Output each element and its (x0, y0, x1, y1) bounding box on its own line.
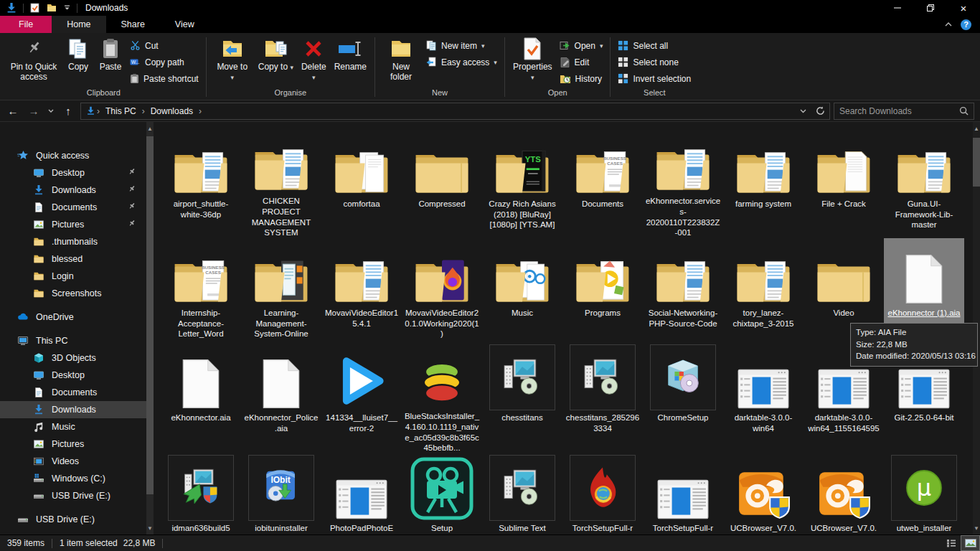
recent-locations-icon[interactable] (46, 103, 56, 120)
file-item-darktable-3-0-0-win64[interactable]: darktable-3.0.0-win64 (723, 343, 804, 453)
sidebar-item-documents[interactable]: Documents (0, 199, 146, 216)
file-item-ucbrowser-v7-0[interactable]: UCBrowser_V7.0. (804, 453, 884, 534)
file-item-ekhonnector-services-20200110t223832z-001[interactable]: eKhonnector.services-20200110T223832Z-00… (643, 129, 723, 238)
sidebar-item-videos[interactable]: Videos (0, 453, 146, 470)
refresh-icon[interactable] (812, 103, 828, 119)
file-item-ekhonnector-police-aia[interactable]: eKhonnector_Police.aia (241, 343, 321, 453)
breadcrumb-downloads[interactable]: Downloads (146, 106, 197, 116)
file-item-guna-ui-framework-lib-master[interactable]: Guna.UI-Framework-Lib-master (884, 129, 964, 238)
paste-shortcut-button[interactable]: Paste shortcut (128, 72, 201, 85)
rename-button[interactable]: Rename (331, 35, 369, 74)
sidebar-item-blessed[interactable]: blessed (0, 250, 146, 268)
sidebar-item-documents[interactable]: Documents (0, 384, 146, 401)
sidebar-item-windows-c[interactable]: Windows (C:) (0, 470, 146, 487)
copy-button[interactable]: Copy (63, 35, 93, 74)
copy-path-button[interactable]: W... Copy path (128, 55, 201, 69)
sidebar-item-desktop[interactable]: Desktop (0, 367, 146, 384)
file-item-ekhonnector-aia[interactable]: eKhonnector.aia (161, 343, 241, 453)
file-item-comfortaa[interactable]: comfortaa (321, 129, 402, 238)
properties-button[interactable]: Properties▾ (510, 35, 555, 84)
file-item-torchsetupfull-r[interactable]: TorchSetupFull-r (562, 453, 643, 534)
sidebar-item-downloads[interactable]: Downloads (0, 401, 146, 418)
file-item-documents[interactable]: BUSINESSCASESDocuments (562, 129, 643, 238)
sidebar-item-3d-objects[interactable]: 3D Objects (0, 349, 146, 367)
search-box[interactable] (834, 103, 974, 120)
file-item-iobituninstaller[interactable]: IObitiobituninstaller (241, 453, 321, 534)
easy-access-button[interactable]: Easy access▾ (424, 55, 499, 69)
thumbnail-view-button[interactable] (961, 535, 980, 551)
new-folder-button[interactable]: New folder (380, 35, 422, 84)
sidebar-item-thumbnails[interactable]: .thumbnails (0, 233, 146, 250)
search-input[interactable] (839, 106, 959, 116)
file-item-141334-lluiset7-error-2[interactable]: 141334__lluiset7__error-2 (321, 343, 402, 453)
collapse-ribbon-icon[interactable] (945, 22, 952, 27)
history-button[interactable]: History (557, 72, 606, 85)
file-item-internship-acceptance-letter-word[interactable]: BUSINESSCASESInternship-Acceptance-Lette… (161, 238, 241, 343)
scroll-up-icon[interactable]: ▲ (146, 123, 154, 133)
open-button[interactable]: Open▾ (557, 39, 606, 52)
sidebar-item-login[interactable]: Login (0, 268, 146, 285)
file-item-movavivideoeditor20-1-0working2020-1[interactable]: MovaviVideoEditor20.1.0Working2020(1) (402, 238, 482, 343)
details-view-button[interactable] (941, 535, 961, 551)
sidebar-item-pictures[interactable]: Pictures (0, 216, 146, 233)
delete-button[interactable]: Delete▾ (298, 35, 329, 84)
address-dropdown-icon[interactable] (795, 103, 811, 119)
sidebar-item-this-pc[interactable]: This PC (0, 332, 146, 349)
help-icon[interactable]: ? (961, 19, 971, 30)
properties-quick-icon[interactable] (27, 3, 43, 13)
file-item-ucbrowser-v7-0[interactable]: UCBrowser_V7.0. (723, 453, 804, 534)
edit-button[interactable]: Edit (557, 55, 606, 69)
back-button[interactable]: ← (4, 103, 22, 120)
paste-button[interactable]: Paste (95, 35, 126, 74)
minimize-button[interactable] (881, 0, 914, 16)
copy-to-button[interactable]: Copy to ▾ (255, 35, 296, 74)
file-item-tory-lanez-chixtape-3-2015[interactable]: tory_lanez-chixtape_3-2015 (723, 238, 804, 343)
file-item-social-networking-php-source-code[interactable]: Social-Networking-PHP-Source-Code (643, 238, 723, 343)
file-item-utweb-installer[interactable]: µutweb_installer (884, 453, 964, 534)
invert-selection-button[interactable]: Invert selection (616, 72, 693, 85)
sidebar-item-music[interactable]: Music (0, 418, 146, 435)
sidebar-item-usb-drive-e[interactable]: USB Drive (E:) (0, 511, 146, 528)
tab-share[interactable]: Share (106, 16, 160, 33)
file-item-movavivideoeditor15-4-1[interactable]: MovaviVideoEditor15.4.1 (321, 238, 402, 343)
file-item-chromesetup[interactable]: ChromeSetup (643, 343, 723, 453)
pin-to-quick-access-button[interactable]: Pin to Quick access (6, 35, 61, 84)
breadcrumb-this-pc[interactable]: This PC (101, 106, 141, 116)
tab-view[interactable]: View (160, 16, 209, 33)
up-button[interactable]: ↑ (60, 103, 77, 120)
select-all-button[interactable]: Select all (616, 39, 693, 52)
file-item-sublime-text[interactable]: Sublime Text (482, 453, 562, 534)
sidebar-scrollbar[interactable]: ▲ ▼ (146, 122, 154, 534)
file-item-farming-system[interactable]: farming system (723, 129, 804, 238)
scroll-down-icon[interactable]: ▼ (146, 523, 154, 533)
new-folder-quick-icon[interactable] (43, 4, 60, 12)
scroll-down-icon[interactable]: ▼ (973, 523, 980, 533)
file-item-music[interactable]: Music (482, 238, 562, 343)
restore-button[interactable] (914, 0, 947, 16)
sidebar-item-downloads[interactable]: Downloads (0, 182, 146, 199)
address-bar[interactable]: › This PC › Downloads › (80, 103, 830, 120)
search-icon[interactable] (959, 106, 969, 116)
file-item-chicken-project-management-system[interactable]: CHICKEN PROJECT MANAGEMENT SYSTEM (241, 129, 321, 238)
file-item-chesstitans-2852963334[interactable]: chesstitans_2852963334 (562, 343, 643, 453)
file-item-airport-shuttle-white-36dp[interactable]: airport_shuttle-white-36dp (161, 129, 241, 238)
file-item-programs[interactable]: Programs (562, 238, 643, 343)
file-item-chesstitans[interactable]: chesstitans (482, 343, 562, 453)
file-item-crazy-rich-asians-2018-bluray-1080p-yts-am[interactable]: YTSCrazy Rich Asians (2018) [BluRay] [10… (482, 129, 562, 238)
scrollbar-thumb[interactable] (146, 136, 154, 494)
close-button[interactable]: × (947, 0, 980, 16)
forward-button[interactable]: → (25, 103, 42, 120)
file-item-photopadphotoe[interactable]: PhotoPadPhotoE (321, 453, 402, 534)
customize-toolbar-icon[interactable] (60, 5, 74, 11)
file-item-bluestacksinstaller-4-160-10-1119-native-ac05d39c8b3f65c45bebfb[interactable]: BlueStacksInstaller_4.160.10.1119_native… (402, 343, 482, 453)
file-item-setup[interactable]: Setup (402, 453, 482, 534)
select-none-button[interactable]: Select none (616, 55, 693, 69)
new-item-button[interactable]: New item▾ (424, 39, 499, 52)
scrollbar-thumb[interactable] (973, 138, 980, 187)
file-item-learning-management-system-online[interactable]: Learning-Management-System-Online (241, 238, 321, 343)
sidebar-item-quick-access[interactable]: Quick access (0, 147, 146, 164)
tab-file[interactable]: File (0, 16, 52, 33)
sidebar-item-desktop[interactable]: Desktop (0, 164, 146, 182)
file-item-idman636build5[interactable]: idman636build5 (161, 453, 241, 534)
sidebar-item-pictures[interactable]: Pictures (0, 435, 146, 453)
